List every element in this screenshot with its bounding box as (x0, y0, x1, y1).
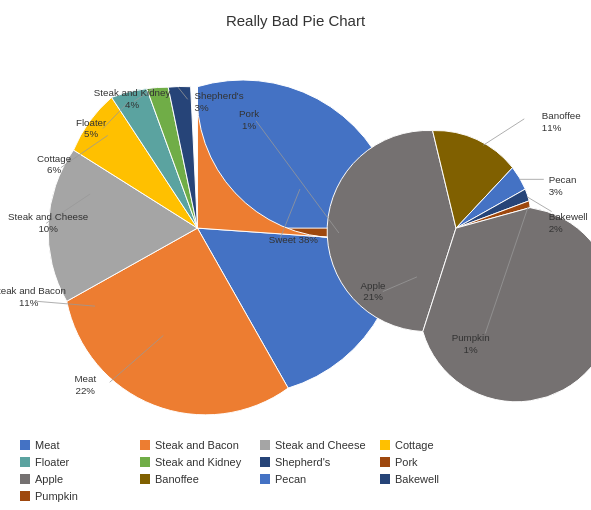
svg-text:11%: 11% (19, 297, 39, 308)
svg-text:Steak and Cheese: Steak and Cheese (8, 211, 88, 222)
svg-text:10%: 10% (38, 223, 58, 234)
legend-item: Pumpkin (20, 490, 140, 502)
svg-line-29 (483, 119, 524, 145)
legend-label: Pecan (275, 473, 306, 485)
legend-color-box (140, 457, 150, 467)
legend-color-box (380, 457, 390, 467)
svg-text:6%: 6% (47, 164, 61, 175)
svg-text:Bakewell: Bakewell (549, 211, 588, 222)
legend-item: Floater (20, 456, 140, 468)
chart-container: Really Bad Pie Chart (0, 0, 591, 510)
legend-label: Banoffee (155, 473, 199, 485)
legend-color-box (260, 440, 270, 450)
svg-text:Pecan: Pecan (549, 174, 577, 185)
legend-item: Steak and Kidney (140, 456, 260, 468)
legend-item: Pecan (260, 473, 380, 485)
chart-svg: Meat 22% Steak and Bacon 11% Steak and C… (0, 33, 591, 433)
chart-title: Really Bad Pie Chart (0, 0, 591, 29)
legend-item: Steak and Cheese (260, 439, 380, 451)
legend-color-box (20, 474, 30, 484)
legend-item: Banoffee (140, 473, 260, 485)
svg-text:1%: 1% (464, 344, 478, 355)
legend-label: Pork (395, 456, 418, 468)
svg-text:Shepherd's: Shepherd's (195, 90, 244, 101)
legend-item: Meat (20, 439, 140, 451)
svg-text:Steak and Kidney: Steak and Kidney (94, 87, 171, 98)
legend-color-box (20, 491, 30, 501)
svg-text:3%: 3% (549, 186, 563, 197)
svg-text:Apple: Apple (361, 280, 386, 291)
legend-color-box (260, 474, 270, 484)
legend-color-box (140, 474, 150, 484)
legend-label: Steak and Cheese (275, 439, 366, 451)
svg-text:2%: 2% (549, 223, 563, 234)
legend-label: Shepherd's (275, 456, 330, 468)
legend-item: Steak and Bacon (140, 439, 260, 451)
svg-text:5%: 5% (84, 128, 98, 139)
legend-label: Cottage (395, 439, 434, 451)
legend-color-box (20, 440, 30, 450)
legend-label: Meat (35, 439, 59, 451)
legend-label: Steak and Bacon (155, 439, 239, 451)
legend-color-box (260, 457, 270, 467)
svg-text:Sweet 38%: Sweet 38% (269, 234, 319, 245)
legend-item: Shepherd's (260, 456, 380, 468)
legend-label: Pumpkin (35, 490, 78, 502)
svg-text:1%: 1% (242, 120, 256, 131)
legend-color-box (140, 440, 150, 450)
svg-text:Floater: Floater (76, 117, 107, 128)
legend-item: Bakewell (380, 473, 500, 485)
legend: Meat Steak and Bacon Steak and Cheese Co… (0, 433, 591, 510)
svg-text:Meat: Meat (74, 373, 96, 384)
svg-text:Cottage: Cottage (37, 153, 71, 164)
svg-text:Pork: Pork (239, 108, 259, 119)
legend-label: Bakewell (395, 473, 439, 485)
legend-color-box (380, 440, 390, 450)
legend-label: Apple (35, 473, 63, 485)
legend-label: Steak and Kidney (155, 456, 241, 468)
svg-text:21%: 21% (363, 291, 383, 302)
svg-text:3%: 3% (195, 102, 209, 113)
svg-text:Banoffee: Banoffee (542, 110, 581, 121)
legend-color-box (20, 457, 30, 467)
svg-text:Pumpkin: Pumpkin (452, 332, 490, 343)
legend-item: Cottage (380, 439, 500, 451)
legend-item: Pork (380, 456, 500, 468)
svg-text:11%: 11% (542, 122, 562, 133)
svg-text:4%: 4% (125, 99, 139, 110)
chart-area: Meat 22% Steak and Bacon 11% Steak and C… (0, 33, 591, 433)
svg-text:Steak and Bacon: Steak and Bacon (0, 285, 66, 296)
svg-text:22%: 22% (75, 385, 95, 396)
legend-item: Apple (20, 473, 140, 485)
legend-label: Floater (35, 456, 69, 468)
legend-color-box (380, 474, 390, 484)
